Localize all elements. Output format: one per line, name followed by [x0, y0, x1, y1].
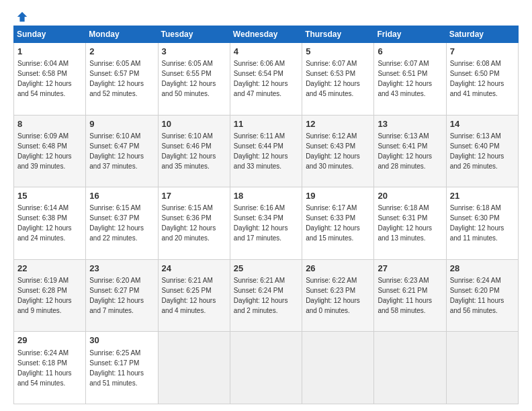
day-number: 4: [234, 46, 298, 58]
day-sunrise: Sunrise: 6:13 AM: [450, 132, 501, 140]
calendar-cell: 12Sunrise: 6:12 AMSunset: 6:43 PMDayligh…: [302, 115, 374, 187]
day-daylight: Daylight: 12 hours and 17 minutes.: [234, 224, 288, 242]
day-number: 5: [306, 46, 370, 58]
calendar-week-3: 15Sunrise: 6:14 AMSunset: 6:38 PMDayligh…: [14, 187, 519, 260]
day-sunrise: Sunrise: 6:25 AM: [89, 349, 140, 357]
day-sunset: Sunset: 6:58 PM: [17, 70, 67, 77]
day-sunrise: Sunrise: 6:12 AM: [306, 132, 357, 140]
day-sunset: Sunset: 6:24 PM: [234, 287, 283, 294]
day-sunrise: Sunrise: 6:17 AM: [306, 204, 357, 212]
day-daylight: Daylight: 12 hours and 7 minutes.: [89, 297, 144, 314]
day-daylight: Daylight: 12 hours and 2 minutes.: [234, 297, 288, 314]
calendar-cell: 27Sunrise: 6:23 AMSunset: 6:21 PMDayligh…: [374, 259, 446, 332]
day-daylight: Daylight: 12 hours and 11 minutes.: [450, 224, 504, 242]
day-sunset: Sunset: 6:36 PM: [162, 214, 212, 222]
day-number: 10: [162, 118, 226, 130]
calendar-cell: 23Sunrise: 6:20 AMSunset: 6:27 PMDayligh…: [86, 259, 158, 332]
day-number: 2: [89, 46, 154, 58]
calendar-cell: 28Sunrise: 6:24 AMSunset: 6:20 PMDayligh…: [446, 259, 518, 332]
calendar-cell: 18Sunrise: 6:16 AMSunset: 6:34 PMDayligh…: [230, 187, 302, 260]
day-sunrise: Sunrise: 6:07 AM: [306, 60, 357, 67]
day-sunset: Sunset: 6:50 PM: [450, 70, 500, 77]
day-sunrise: Sunrise: 6:10 AM: [89, 132, 140, 140]
day-daylight: Daylight: 12 hours and 35 minutes.: [162, 152, 216, 170]
day-sunset: Sunset: 6:40 PM: [450, 142, 500, 150]
day-sunset: Sunset: 6:48 PM: [17, 142, 67, 150]
day-daylight: Daylight: 11 hours and 58 minutes.: [378, 297, 432, 314]
day-sunset: Sunset: 6:31 PM: [378, 214, 427, 222]
day-daylight: Daylight: 12 hours and 0 minutes.: [306, 297, 360, 314]
day-number: 15: [17, 190, 82, 202]
calendar-week-4: 22Sunrise: 6:19 AMSunset: 6:28 PMDayligh…: [14, 259, 519, 332]
day-sunrise: Sunrise: 6:05 AM: [89, 60, 140, 67]
calendar-cell: 30Sunrise: 6:25 AMSunset: 6:17 PMDayligh…: [86, 332, 158, 404]
day-sunrise: Sunrise: 6:23 AM: [378, 277, 429, 284]
day-sunrise: Sunrise: 6:22 AM: [306, 277, 357, 284]
logo-icon: [16, 11, 28, 23]
day-number: 18: [234, 190, 298, 202]
calendar-cell: 5Sunrise: 6:07 AMSunset: 6:53 PMDaylight…: [302, 43, 374, 116]
day-daylight: Daylight: 12 hours and 4 minutes.: [162, 297, 216, 314]
day-daylight: Daylight: 12 hours and 28 minutes.: [378, 152, 432, 170]
col-header-sunday: Sunday: [14, 26, 86, 43]
day-sunset: Sunset: 6:53 PM: [306, 70, 355, 77]
day-number: 16: [89, 190, 154, 202]
col-header-monday: Monday: [86, 26, 158, 43]
day-daylight: Daylight: 12 hours and 43 minutes.: [378, 80, 432, 97]
day-daylight: Daylight: 12 hours and 37 minutes.: [89, 152, 144, 170]
day-sunrise: Sunrise: 6:05 AM: [162, 60, 213, 67]
day-sunrise: Sunrise: 6:21 AM: [162, 277, 213, 284]
day-sunrise: Sunrise: 6:07 AM: [378, 60, 429, 67]
day-number: 22: [17, 263, 82, 275]
calendar-cell: 11Sunrise: 6:11 AMSunset: 6:44 PMDayligh…: [230, 115, 302, 187]
calendar-cell: 6Sunrise: 6:07 AMSunset: 6:51 PMDaylight…: [374, 43, 446, 116]
day-number: 14: [450, 118, 515, 130]
day-daylight: Daylight: 12 hours and 50 minutes.: [162, 80, 216, 97]
calendar-cell: 20Sunrise: 6:18 AMSunset: 6:31 PMDayligh…: [374, 187, 446, 260]
day-daylight: Daylight: 12 hours and 45 minutes.: [306, 80, 360, 97]
day-daylight: Daylight: 12 hours and 13 minutes.: [378, 224, 432, 242]
calendar-cell: 9Sunrise: 6:10 AMSunset: 6:47 PMDaylight…: [86, 115, 158, 187]
day-sunrise: Sunrise: 6:08 AM: [450, 60, 501, 67]
day-number: 6: [378, 46, 442, 58]
day-daylight: Daylight: 12 hours and 20 minutes.: [162, 224, 216, 242]
day-number: 26: [306, 263, 370, 275]
day-sunrise: Sunrise: 6:16 AM: [234, 204, 285, 212]
day-number: 11: [234, 118, 298, 130]
day-sunrise: Sunrise: 6:19 AM: [17, 277, 69, 284]
calendar-cell: 29Sunrise: 6:24 AMSunset: 6:18 PMDayligh…: [14, 332, 86, 404]
day-daylight: Daylight: 11 hours and 54 minutes.: [17, 369, 72, 387]
logo: [13, 11, 28, 20]
day-sunrise: Sunrise: 6:15 AM: [89, 204, 140, 212]
calendar-cell: 19Sunrise: 6:17 AMSunset: 6:33 PMDayligh…: [302, 187, 374, 260]
calendar-cell: 3Sunrise: 6:05 AMSunset: 6:55 PMDaylight…: [158, 43, 230, 116]
day-sunset: Sunset: 6:47 PM: [89, 142, 139, 150]
day-daylight: Daylight: 12 hours and 9 minutes.: [17, 297, 72, 314]
calendar-cell: 25Sunrise: 6:21 AMSunset: 6:24 PMDayligh…: [230, 259, 302, 332]
day-daylight: Daylight: 12 hours and 39 minutes.: [17, 152, 72, 170]
day-sunrise: Sunrise: 6:20 AM: [89, 277, 140, 284]
day-sunrise: Sunrise: 6:13 AM: [378, 132, 429, 140]
day-daylight: Daylight: 12 hours and 33 minutes.: [234, 152, 288, 170]
calendar-cell: [446, 332, 518, 404]
day-number: 12: [306, 118, 370, 130]
calendar-cell: 10Sunrise: 6:10 AMSunset: 6:46 PMDayligh…: [158, 115, 230, 187]
calendar-header-row: SundayMondayTuesdayWednesdayThursdayFrid…: [14, 26, 519, 43]
day-sunset: Sunset: 6:44 PM: [234, 142, 283, 150]
calendar-week-5: 29Sunrise: 6:24 AMSunset: 6:18 PMDayligh…: [14, 332, 519, 404]
day-number: 27: [378, 263, 442, 275]
day-daylight: Daylight: 12 hours and 24 minutes.: [17, 224, 72, 242]
day-sunset: Sunset: 6:34 PM: [234, 214, 283, 222]
day-daylight: Daylight: 12 hours and 15 minutes.: [306, 224, 360, 242]
calendar-cell: 15Sunrise: 6:14 AMSunset: 6:38 PMDayligh…: [14, 187, 86, 260]
day-number: 23: [89, 263, 154, 275]
calendar-cell: 13Sunrise: 6:13 AMSunset: 6:41 PMDayligh…: [374, 115, 446, 187]
day-daylight: Daylight: 11 hours and 51 minutes.: [89, 369, 144, 387]
day-daylight: Daylight: 12 hours and 52 minutes.: [89, 80, 144, 97]
day-sunset: Sunset: 6:33 PM: [306, 214, 355, 222]
calendar-week-1: 1Sunrise: 6:04 AMSunset: 6:58 PMDaylight…: [14, 43, 519, 116]
day-sunrise: Sunrise: 6:14 AM: [17, 204, 69, 212]
calendar-cell: 24Sunrise: 6:21 AMSunset: 6:25 PMDayligh…: [158, 259, 230, 332]
day-daylight: Daylight: 11 hours and 56 minutes.: [450, 297, 504, 314]
day-sunrise: Sunrise: 6:18 AM: [378, 204, 429, 212]
